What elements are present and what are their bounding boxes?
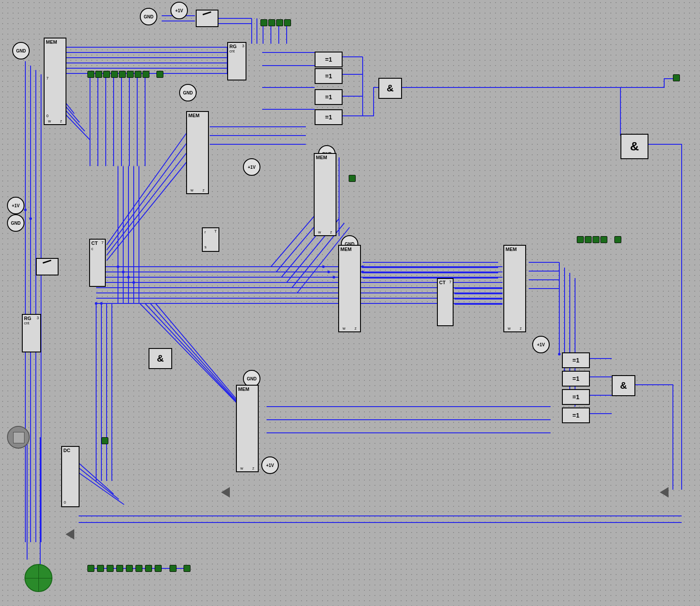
and-gate-3[interactable]: &	[612, 375, 635, 396]
v1-pin-2[interactable]: +1V	[7, 197, 24, 214]
led-indicator	[268, 19, 275, 26]
ct-counter-2[interactable]: CT 7	[437, 278, 454, 326]
svg-point-80	[29, 217, 32, 220]
led-indicator	[103, 71, 110, 78]
led-indicator	[116, 565, 123, 572]
xor-gate[interactable]: =1	[315, 52, 343, 67]
mem-block-f[interactable]: MEM w z	[236, 385, 259, 472]
svg-point-73	[132, 281, 135, 284]
svg-point-70	[117, 265, 119, 268]
led-indicator	[95, 71, 102, 78]
svg-point-74	[322, 265, 325, 268]
xy-scope-icon[interactable]	[24, 564, 52, 592]
dc-block[interactable]: DC 0	[61, 446, 80, 507]
svg-point-71	[122, 271, 125, 273]
led-indicator	[97, 565, 104, 572]
oscilloscope-icon[interactable]	[7, 426, 30, 449]
block-label: MEM	[46, 39, 57, 45]
rg-block-2[interactable]: RG cnt 3	[22, 314, 41, 352]
buffer-icon	[66, 529, 74, 540]
pwr-label: GND	[144, 14, 153, 19]
xor-gate[interactable]: =1	[315, 68, 343, 84]
xor-gate-r[interactable]: =1	[562, 371, 590, 387]
led-indicator	[111, 71, 118, 78]
and-gate[interactable]: &	[378, 78, 402, 99]
xor-gate-r[interactable]: =1	[562, 389, 590, 405]
svg-point-82	[100, 302, 103, 305]
led-indicator	[156, 71, 163, 78]
led-indicator	[284, 19, 291, 26]
rg-block[interactable]: RG cnt 3	[227, 42, 246, 80]
led-indicator	[87, 71, 94, 78]
led-indicator	[135, 565, 142, 572]
led-indicator	[107, 565, 114, 572]
ct-counter-1[interactable]: CT 7 c	[89, 239, 106, 287]
gnd-pin-2[interactable]: GND	[12, 42, 30, 59]
and-gate-big[interactable]: &	[620, 134, 648, 159]
led-indicator	[87, 565, 94, 572]
svg-point-76	[333, 276, 335, 279]
and-gate-2[interactable]: &	[149, 348, 172, 369]
svg-point-78	[361, 271, 364, 273]
toggle-switch-2[interactable]	[36, 258, 59, 275]
svg-point-75	[327, 271, 330, 273]
led-indicator	[673, 74, 680, 81]
schematic-canvas[interactable]: GND +1V GND GND +1V GND +1V GND GND GND …	[0, 0, 700, 606]
led-indicator	[119, 71, 126, 78]
led-indicator	[577, 236, 584, 243]
mem-block-a[interactable]: MEM 7 0 w z	[44, 38, 66, 125]
mem-block-c[interactable]: MEM w z	[314, 153, 336, 236]
gnd-pin-3[interactable]: GND	[179, 84, 197, 101]
led-indicator	[135, 71, 142, 78]
led-indicator	[349, 175, 356, 182]
buffer-icon	[660, 487, 669, 498]
led-indicator	[142, 71, 149, 78]
v1-pin-5[interactable]: +1V	[532, 336, 550, 353]
xor-gate[interactable]: =1	[315, 109, 343, 125]
t-flipflop[interactable]: T r s	[202, 227, 219, 252]
led-indicator	[127, 71, 134, 78]
led-indicator	[184, 565, 191, 572]
xor-gate[interactable]: =1	[315, 89, 343, 105]
svg-point-72	[127, 276, 130, 279]
svg-point-77	[361, 265, 364, 268]
led-indicator	[614, 236, 621, 243]
v1-pin-3[interactable]: +1V	[243, 158, 260, 176]
pwr-label: +1V	[175, 8, 183, 13]
v1-pin[interactable]: +1V	[170, 2, 188, 19]
toggle-switch[interactable]	[196, 10, 218, 27]
svg-point-81	[95, 302, 97, 305]
led-indicator	[276, 19, 283, 26]
mem-block-b[interactable]: MEM w z	[186, 111, 209, 194]
led-indicator	[593, 236, 600, 243]
svg-point-83	[558, 353, 561, 355]
led-indicator	[126, 565, 133, 572]
buffer-icon	[221, 487, 230, 498]
gnd-pin[interactable]: GND	[140, 8, 157, 25]
mem-block-d[interactable]: MEM w z	[338, 245, 361, 332]
led-indicator	[101, 437, 108, 444]
led-indicator	[170, 565, 177, 572]
led-indicator	[600, 236, 607, 243]
gnd-pin-4[interactable]: GND	[7, 214, 24, 232]
led-indicator	[155, 565, 162, 572]
svg-point-79	[24, 209, 27, 211]
xor-gate-r[interactable]: =1	[562, 407, 590, 423]
v1-pin-4[interactable]: +1V	[261, 456, 279, 474]
led-indicator	[145, 565, 152, 572]
led-indicator	[585, 236, 592, 243]
xor-gate-r[interactable]: =1	[562, 352, 590, 368]
led-indicator	[260, 19, 267, 26]
mem-block-e[interactable]: MEM w z	[503, 245, 526, 332]
